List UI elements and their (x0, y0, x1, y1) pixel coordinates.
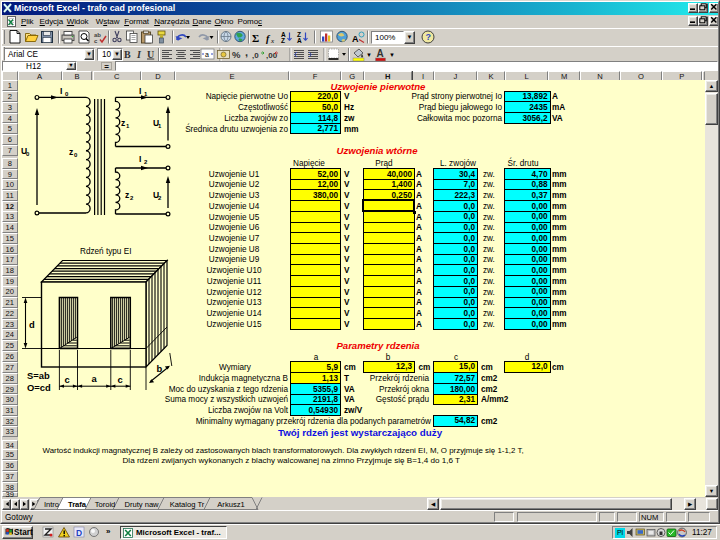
svg-text:Katalog Tr: Katalog Tr (170, 500, 205, 509)
svg-text:Arkusz1: Arkusz1 (217, 500, 244, 509)
svg-text:Intro: Intro (44, 500, 59, 509)
svg-text:»: » (106, 527, 111, 536)
svg-text:Toroid: Toroid (95, 500, 116, 509)
svg-text:D: D (76, 528, 82, 538)
svg-text:Druty naw: Druty naw (124, 500, 159, 509)
svg-text:Trafa: Trafa (68, 500, 87, 509)
